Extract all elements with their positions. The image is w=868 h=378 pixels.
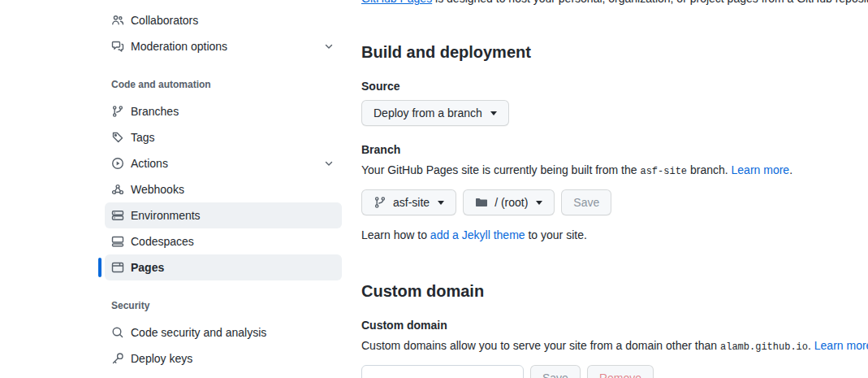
branch-select-button[interactable]: asf-site [361, 189, 456, 215]
jekyll-text-after: to your site. [525, 228, 587, 241]
folder-select-button[interactable]: / (root) [463, 189, 555, 215]
learn-more-suffix: . [789, 163, 792, 176]
folder-icon [475, 196, 488, 209]
jekyll-theme-link[interactable]: add a Jekyll theme [430, 228, 525, 241]
chevron-down-icon [322, 40, 335, 53]
sidebar-item-label: Actions [131, 157, 168, 170]
key-icon [111, 352, 124, 365]
sidebar-item-label: Tags [131, 131, 155, 144]
save-domain-button[interactable]: Save [530, 365, 581, 378]
webhook-icon [111, 183, 124, 196]
learn-more-link[interactable]: Learn more [732, 163, 790, 176]
sidebar-item-label: Deploy keys [131, 352, 192, 365]
sidebar-item-webhooks[interactable]: Webhooks [105, 176, 342, 202]
caret-down-icon [536, 201, 542, 208]
sidebar-item-collaborators[interactable]: Collaborators [105, 7, 342, 33]
sidebar-item-code-security[interactable]: Code security and analysis [105, 319, 342, 345]
server-icon [111, 209, 124, 222]
branch-description: Your GitHub Pages site is currently bein… [361, 162, 868, 180]
save-branch-button[interactable]: Save [561, 189, 611, 215]
intro-text-after: is designed to host your personal, organ… [432, 0, 868, 5]
codescan-icon [111, 326, 124, 339]
codespaces-icon [111, 235, 124, 248]
branch-description-mid: branch. [687, 163, 731, 176]
people-icon [111, 14, 124, 27]
sidebar-item-label: Pages [131, 261, 164, 274]
sidebar-item-label: Webhooks [131, 183, 184, 196]
sidebar-item-moderation-options[interactable]: Moderation options [105, 33, 342, 59]
caret-down-icon [490, 111, 497, 119]
build-deployment-heading: Build and deployment [361, 42, 868, 63]
branch-select-label: asf-site [393, 196, 430, 209]
branch-name-code: asf-site [640, 166, 687, 177]
source-dropdown-label: Deploy from a branch [374, 106, 482, 119]
git-branch-icon [374, 196, 386, 209]
jekyll-theme-text: Learn how to add a Jekyll theme to your … [361, 227, 868, 244]
play-icon [111, 157, 124, 170]
sidebar-item-label: Codespaces [131, 235, 194, 248]
source-label: Source [361, 80, 868, 93]
branch-description-text: Your GitHub Pages site is currently bein… [361, 163, 640, 176]
intro-text: GitHub Pages is designed to host your pe… [361, 0, 868, 7]
custom-domain-controls-row: Save Remove [361, 365, 868, 378]
git-branch-icon [111, 105, 124, 118]
custom-domain-text-mid: . [808, 339, 814, 352]
sidebar-section-header-code-automation: Code and automation [105, 79, 342, 90]
sidebar-item-actions[interactable]: Actions [105, 150, 342, 176]
sidebar-item-deploy-keys[interactable]: Deploy keys [105, 345, 342, 371]
tag-icon [111, 131, 124, 144]
comment-discussion-icon [111, 40, 124, 53]
source-dropdown-button[interactable]: Deploy from a branch [361, 100, 509, 126]
sidebar-item-tags[interactable]: Tags [105, 124, 342, 150]
custom-domain-input[interactable] [361, 365, 524, 378]
sidebar-item-environments[interactable]: Environments [105, 202, 342, 228]
remove-domain-button[interactable]: Remove [587, 365, 654, 378]
sidebar-item-label: Moderation options [131, 40, 227, 53]
sidebar-item-label: Collaborators [131, 14, 198, 27]
github-settings-page: Collaborators Moderation options Code an… [0, 0, 868, 378]
sidebar-item-label: Branches [131, 105, 179, 118]
sidebar-item-label: Code security and analysis [131, 326, 266, 339]
settings-sidebar: Collaborators Moderation options Code an… [98, 7, 342, 371]
browser-icon [111, 261, 124, 274]
sidebar-item-branches[interactable]: Branches [105, 98, 342, 124]
jekyll-text-before: Learn how to [361, 228, 430, 241]
sidebar-item-label: Environments [131, 209, 201, 222]
sidebar-item-pages[interactable]: Pages [105, 254, 342, 280]
pages-settings-content: GitHub Pages is designed to host your pe… [361, 0, 868, 378]
sidebar-section-header-security: Security [105, 300, 342, 311]
folder-select-label: / (root) [494, 196, 528, 209]
github-pages-link[interactable]: GitHub Pages [361, 0, 432, 5]
sidebar-item-codespaces[interactable]: Codespaces [105, 228, 342, 254]
custom-domain-description: Custom domains allow you to serve your s… [361, 337, 868, 356]
custom-domain-text-before: Custom domains allow you to serve your s… [361, 339, 720, 352]
branch-controls-row: asf-site / (root) Save [361, 189, 868, 215]
branch-label: Branch [361, 143, 868, 156]
chevron-down-icon [322, 157, 335, 170]
site-domain-code: alamb.github.io [720, 341, 808, 353]
custom-domain-heading: Custom domain [361, 281, 868, 302]
custom-domain-learn-more-link[interactable]: Learn more about custom domains [814, 339, 868, 352]
custom-domain-label: Custom domain [361, 319, 868, 332]
caret-down-icon [438, 201, 444, 208]
